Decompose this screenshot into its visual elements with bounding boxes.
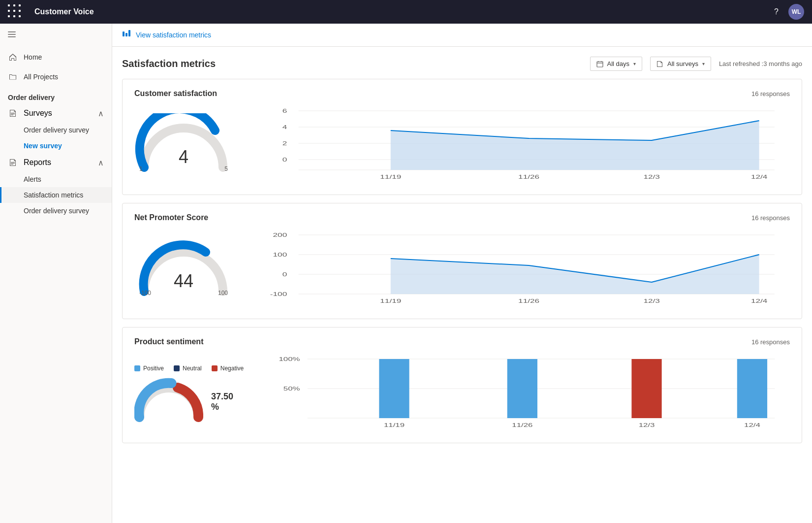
customer-satisfaction-chart: 6 4 2 0 11/19 11/26 12/3 12 (252, 106, 790, 185)
svg-text:12/4: 12/4 (751, 174, 767, 180)
product-sentiment-title: Product sentiment (134, 337, 203, 346)
svg-text:11/26: 11/26 (518, 298, 539, 304)
svg-rect-2 (8, 36, 16, 37)
sidebar-reports-header[interactable]: Reports ∧ (0, 154, 112, 171)
surveys-chevron-up-icon: ∧ (98, 109, 104, 118)
sidebar-item-all-projects-label: All Projects (24, 73, 58, 81)
calendar-icon (596, 61, 603, 67)
legend-neutral-label: Neutral (183, 365, 202, 372)
nps-responses: 16 responses (751, 214, 790, 222)
product-sentiment-donut-area: Positive Neutral Negative (134, 365, 243, 422)
sidebar-item-order-delivery-survey-report[interactable]: Order delivery survey (0, 203, 112, 219)
customer-satisfaction-card: Customer satisfaction 16 responses 1 5 (122, 79, 802, 195)
sidebar-item-home[interactable]: Home (0, 47, 112, 67)
breadcrumb-icon (122, 30, 131, 40)
nps-header: Net Promoter Score 16 responses (134, 213, 790, 222)
sidebar-item-alerts[interactable]: Alerts (0, 171, 112, 187)
svg-marker-32 (391, 255, 759, 294)
legend-positive-color (134, 365, 140, 371)
gauge-max-label: 5 (224, 165, 228, 172)
customer-satisfaction-title: Customer satisfaction (134, 89, 217, 98)
bar-4 (737, 359, 767, 418)
nps-body: -100 100 44 (134, 230, 790, 309)
nps-card: Net Promoter Score 16 responses -100 100… (122, 203, 802, 319)
svg-text:100%: 100% (279, 356, 300, 362)
legend-negative-label: Negative (220, 365, 244, 372)
sentiment-pct-value: 37.50 % (211, 392, 243, 412)
surveys-filter-button[interactable]: All surveys ▾ (650, 57, 711, 71)
bar-1 (379, 359, 409, 418)
content-filters: All days ▾ All surveys ▾ Last refreshed … (590, 57, 803, 71)
product-sentiment-responses: 16 responses (751, 338, 790, 346)
product-sentiment-gauge-area: 37.50 % (134, 378, 243, 422)
bar-2 (507, 359, 537, 418)
avatar[interactable]: WL (788, 4, 804, 20)
svg-text:12/4: 12/4 (744, 422, 760, 428)
svg-rect-3 (123, 32, 125, 36)
svg-rect-5 (128, 30, 130, 36)
svg-text:0: 0 (282, 271, 287, 277)
svg-text:100: 100 (273, 252, 287, 258)
survey-filter-icon (656, 61, 663, 67)
customer-satisfaction-responses: 16 responses (751, 90, 790, 98)
days-filter-label: All days (607, 60, 630, 67)
days-filter-button[interactable]: All days ▾ (590, 57, 643, 71)
reports-chevron-up-icon: ∧ (98, 158, 104, 167)
svg-text:11/19: 11/19 (380, 174, 401, 180)
nps-gauge: -100 100 44 (134, 237, 233, 301)
surveys-icon (8, 108, 18, 118)
sidebar-reports-label: Reports (24, 158, 51, 167)
sidebar-item-satisfaction-metrics[interactable]: Satisfaction metrics (0, 187, 112, 203)
gauge-value-label: 4 (179, 147, 188, 167)
svg-rect-0 (8, 32, 16, 33)
csat-chart-svg: 6 4 2 0 11/19 11/26 12/3 12 (252, 106, 790, 185)
customer-satisfaction-body: 1 5 4 6 (134, 106, 790, 185)
nps-gauge-min: -100 (139, 290, 151, 296)
nps-gauge-max: 100 (218, 290, 228, 296)
content: View satisfaction metrics Satisfaction m… (112, 24, 812, 523)
nps-gauge-value: 44 (174, 271, 193, 292)
legend-negative: Negative (212, 365, 244, 372)
svg-text:4: 4 (282, 124, 287, 130)
sidebar-item-order-delivery-survey[interactable]: Order delivery survey (0, 122, 112, 138)
svg-text:12/4: 12/4 (751, 298, 767, 304)
sentiment-legend: Positive Neutral Negative (134, 365, 243, 372)
customer-satisfaction-gauge: 1 5 4 (134, 113, 233, 177)
legend-positive: Positive (134, 365, 164, 372)
days-filter-chevron: ▾ (633, 61, 636, 66)
bar-3 (631, 359, 661, 418)
help-button[interactable]: ? (774, 7, 779, 16)
sidebar-surveys-label: Surveys (24, 109, 52, 118)
product-sentiment-donut (134, 378, 203, 422)
product-sentiment-chart: 100% 50% 11/19 (262, 354, 790, 433)
sidebar-section-title: Order delivery (0, 87, 112, 104)
product-sentiment-body: Positive Neutral Negative (134, 354, 790, 433)
nps-chart: 200 100 0 -100 11/19 11/26 12/3 (252, 230, 790, 309)
legend-neutral: Neutral (174, 365, 202, 372)
sidebar-item-all-projects[interactable]: All Projects (0, 67, 112, 87)
top-nav: Customer Voice ? WL (0, 0, 812, 24)
sidebar-item-new-survey[interactable]: New survey (0, 138, 112, 154)
svg-text:12/3: 12/3 (644, 174, 660, 180)
surveys-filter-label: All surveys (667, 60, 698, 67)
svg-rect-4 (125, 33, 127, 36)
svg-text:200: 200 (273, 232, 287, 238)
sidebar-item-satisfaction-metrics-label: Satisfaction metrics (24, 191, 83, 199)
product-sentiment-header: Product sentiment 16 responses (134, 337, 790, 346)
svg-text:11/19: 11/19 (384, 422, 405, 428)
sidebar-surveys-header[interactable]: Surveys ∧ (0, 104, 112, 122)
app-title: Customer Voice (34, 7, 94, 16)
sentiment-bar-svg: 100% 50% 11/19 (262, 354, 790, 433)
app-grid-icon[interactable] (8, 4, 23, 19)
svg-rect-1 (8, 34, 16, 35)
svg-text:0: 0 (282, 157, 287, 163)
legend-neutral-color (174, 365, 180, 371)
legend-positive-label: Positive (143, 365, 164, 372)
svg-marker-19 (391, 121, 759, 170)
main-layout: Home All Projects Order delivery Surveys… (0, 24, 812, 523)
sidebar-item-home-label: Home (24, 53, 42, 61)
menu-icon[interactable] (0, 24, 112, 47)
sidebar-item-order-delivery-survey-label: Order delivery survey (24, 126, 89, 134)
product-sentiment-pct: 37.50 % (211, 388, 243, 412)
breadcrumb-label: View satisfaction metrics (136, 31, 211, 39)
